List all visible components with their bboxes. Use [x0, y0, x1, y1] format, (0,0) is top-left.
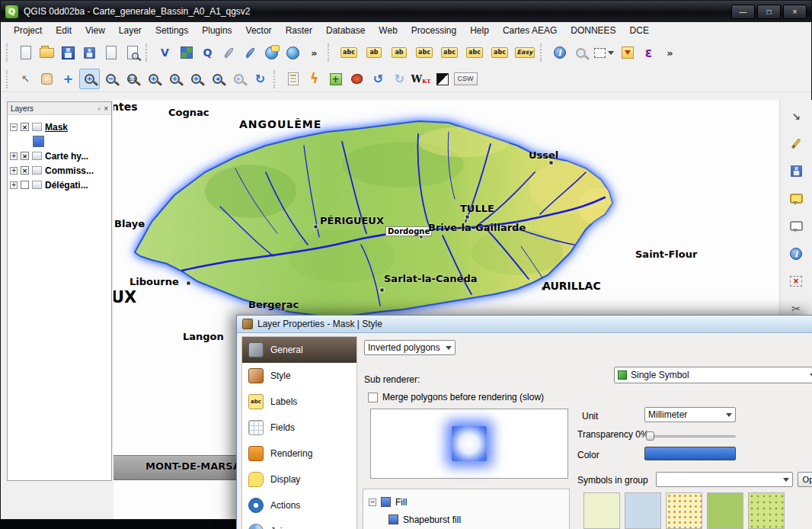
- add-wms-layer-button[interactable]: [261, 43, 282, 63]
- toolbar-grip[interactable]: [6, 70, 12, 88]
- tab-labels[interactable]: abcLabels: [242, 389, 356, 415]
- layer-label[interactable]: Commiss...: [45, 165, 94, 176]
- easy-print-button[interactable]: Easy: [513, 43, 537, 63]
- layer-row-commiss[interactable]: + × Commiss...: [10, 164, 109, 177]
- unit-combo[interactable]: Millimeter: [644, 407, 736, 422]
- label-tool-button-6[interactable]: abc: [462, 43, 487, 63]
- layer-checkbox[interactable]: ×: [21, 166, 29, 175]
- save-project-button[interactable]: [58, 43, 78, 63]
- csw-catalog-button[interactable]: CSW: [453, 69, 478, 89]
- panel-close-button[interactable]: ×: [104, 104, 108, 113]
- tab-style[interactable]: Style: [242, 363, 356, 389]
- label-tool-button-2[interactable]: ab: [362, 43, 386, 63]
- select-features-button[interactable]: [592, 43, 616, 63]
- menu-settings[interactable]: Settings: [149, 24, 195, 37]
- maximize-button[interactable]: □: [757, 5, 781, 19]
- menu-vector[interactable]: Vector: [239, 24, 279, 37]
- tab-rendering[interactable]: Rendering: [242, 441, 356, 466]
- pan-map-button[interactable]: [37, 69, 57, 89]
- save-edits-button[interactable]: [786, 161, 807, 181]
- layer-row-carte[interactable]: + × Carte hy...: [10, 149, 109, 162]
- zoom-in-button[interactable]: +: [79, 69, 100, 89]
- symbol-tree-row-fill[interactable]: − Fill: [369, 493, 564, 511]
- new-shapefile-button[interactable]: [219, 43, 239, 63]
- toolbar-grip[interactable]: [273, 70, 280, 88]
- zoom-next-button[interactable]: ▸: [229, 69, 249, 89]
- redo-button[interactable]: ↻: [389, 69, 410, 89]
- new-memory-layer-button[interactable]: [240, 43, 261, 63]
- slider-thumb[interactable]: [646, 431, 654, 441]
- expander-icon[interactable]: +: [10, 181, 18, 189]
- layer-row-delegati[interactable]: + Délégati...: [10, 178, 109, 191]
- menu-cartes-aeag[interactable]: Cartes AEAG: [496, 24, 564, 37]
- label-tool-button-3[interactable]: ab: [387, 43, 411, 63]
- move-annotation-button[interactable]: ↘: [786, 106, 807, 127]
- toolbar-overflow-button[interactable]: »: [304, 43, 324, 63]
- layer-label[interactable]: Mask: [45, 122, 68, 133]
- menu-help[interactable]: Help: [463, 24, 496, 37]
- zoom-full-button[interactable]: +: [143, 69, 164, 89]
- zoom-to-selection-button[interactable]: +: [165, 69, 185, 89]
- menu-raster[interactable]: Raster: [279, 24, 319, 37]
- new-spatialite-button[interactable]: Q: [197, 43, 218, 63]
- menu-web[interactable]: Web: [372, 24, 404, 37]
- symbols-group-combo[interactable]: [656, 472, 793, 487]
- minimize-button[interactable]: —: [731, 5, 755, 19]
- toolbar-grip[interactable]: [328, 43, 334, 62]
- tab-general[interactable]: General: [242, 337, 356, 363]
- toolbar-grip[interactable]: [6, 43, 12, 62]
- epsilon-plugin-button[interactable]: ε: [638, 43, 659, 63]
- open-library-button[interactable]: Ope: [798, 472, 812, 487]
- menu-view[interactable]: View: [78, 24, 112, 37]
- layers-panel-header[interactable]: Layers ▫ ×: [8, 102, 111, 115]
- tab-joins[interactable]: Joins: [242, 518, 356, 529]
- layer-label[interactable]: Délégati...: [45, 180, 88, 191]
- layer-label[interactable]: Carte hy...: [45, 151, 88, 162]
- refresh-map-button[interactable]: ↻: [250, 69, 270, 89]
- renderer-type-combo[interactable]: Inverted polygons: [364, 340, 456, 355]
- toolbar-grip[interactable]: [540, 43, 546, 62]
- symbol-swatch[interactable]: [707, 492, 743, 529]
- new-project-button[interactable]: [15, 43, 36, 63]
- toolbar-overflow-button-2[interactable]: »: [660, 43, 680, 63]
- tab-display[interactable]: Display: [242, 466, 356, 492]
- touch-zoom-button[interactable]: ↖: [15, 69, 36, 89]
- menu-layer[interactable]: Layer: [112, 24, 149, 37]
- new-composer-button[interactable]: [101, 43, 121, 63]
- label-tool-button-5[interactable]: abc: [437, 43, 462, 63]
- pencil-annotation-button[interactable]: [786, 133, 807, 154]
- symbol-swatch[interactable]: [583, 492, 620, 529]
- attributes-table-button[interactable]: [283, 69, 303, 89]
- menu-donnees[interactable]: DONNEES: [564, 24, 622, 37]
- title-bar[interactable]: Q QGIS 0dd02ba - Carte_generale_Bassin_A…: [1, 1, 811, 22]
- move-map-button[interactable]: +: [58, 69, 78, 89]
- form-annotation-button[interactable]: [786, 216, 807, 236]
- zoom-native-button[interactable]: 1:1: [122, 69, 142, 89]
- symbol-swatch[interactable]: [748, 492, 785, 529]
- remove-annotation-button[interactable]: ×: [786, 271, 807, 291]
- layer-checkbox[interactable]: ×: [21, 152, 29, 160]
- menu-dce[interactable]: DCE: [623, 24, 656, 37]
- add-wfs-layer-button[interactable]: [283, 43, 303, 63]
- menu-database[interactable]: Database: [319, 24, 372, 37]
- tab-actions[interactable]: Actions: [242, 492, 356, 518]
- expander-icon[interactable]: +: [10, 152, 18, 160]
- identify-features-button[interactable]: i: [549, 43, 570, 63]
- symbol-type-combo[interactable]: Single Symbol: [614, 367, 812, 383]
- label-tool-button-1[interactable]: abc: [337, 43, 361, 63]
- merge-polygons-checkbox[interactable]: [368, 393, 378, 402]
- tab-fields[interactable]: Fields: [242, 415, 356, 441]
- open-project-button[interactable]: [37, 43, 57, 63]
- symbol-swatch[interactable]: [625, 492, 661, 529]
- menu-project[interactable]: Project: [7, 24, 49, 37]
- black-white-tool-button[interactable]: [432, 69, 452, 89]
- undo-button[interactable]: ↺: [368, 69, 388, 89]
- label-tool-button-4[interactable]: abc: [412, 43, 436, 63]
- attribute-action-button[interactable]: [617, 43, 638, 63]
- node-tool-button[interactable]: V: [155, 43, 175, 63]
- label-tool-button-7[interactable]: abc: [488, 43, 512, 63]
- new-geopackage-button[interactable]: [176, 43, 197, 63]
- run-action-button[interactable]: ϟ: [304, 69, 324, 89]
- zoom-to-layer-button[interactable]: +: [186, 69, 206, 89]
- text-annotation-button[interactable]: [786, 188, 807, 209]
